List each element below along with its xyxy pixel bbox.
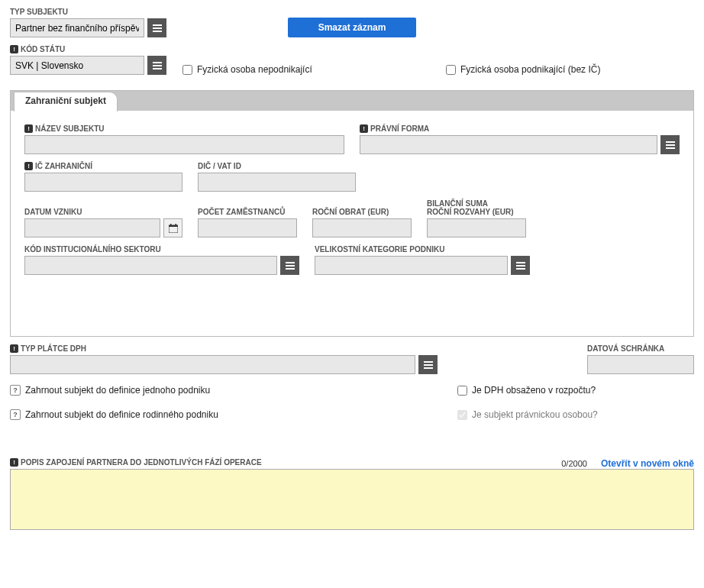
kod-inst-label: KÓD INSTITUCIONÁLNÍHO SEKTORU [24,245,299,254]
zahrnout-jednoho-label: Zahrnout subjekt do definice jednoho pod… [25,385,210,396]
nazev-subjektu-label: ! NÁZEV SUBJEKTU [24,124,344,133]
ic-zahranicni-label: ! IČ ZAHRANIČNÍ [24,162,182,170]
list-icon [424,360,433,370]
typ-platce-list-button[interactable] [418,355,438,374]
pocet-zam-label: POČET ZAMĚSTNANCŮ [198,208,297,216]
rocni-obrat-label: ROČNÍ OBRAT (EUR) [312,208,412,216]
je-dph-label: Je DPH obsaženo v rozpočtu? [472,385,596,396]
svg-rect-1 [153,27,162,29]
pocet-zam-field[interactable] [198,218,297,237]
smazat-zaznam-button[interactable]: Smazat záznam [288,18,417,37]
typ-subjektu-list-button[interactable] [147,18,166,37]
svg-rect-18 [516,268,525,270]
svg-rect-16 [516,262,525,263]
list-icon [666,141,675,150]
velikost-kat-field[interactable] [315,256,508,275]
fyzicka-podnik-checkbox[interactable] [446,65,456,75]
kod-inst-field[interactable] [24,256,277,275]
fyzicka-podnik-label: Fyzická osoba podnikající (bez IČ) [460,64,600,75]
svg-rect-12 [175,224,176,226]
svg-rect-19 [424,361,433,363]
svg-rect-20 [424,364,433,366]
dic-vat-field[interactable] [198,173,356,192]
info-icon: ! [10,458,18,467]
help-icon[interactable]: ? [10,409,21,420]
svg-rect-0 [153,24,162,26]
calendar-icon [169,224,178,233]
je-subjekt-label: Je subjekt právnickou osobou? [472,409,598,420]
svg-rect-13 [286,262,295,263]
svg-rect-21 [424,367,433,369]
list-icon [516,261,525,270]
svg-rect-7 [666,144,675,146]
rocni-obrat-field[interactable] [312,218,412,237]
velikost-kat-list-button[interactable] [511,256,530,275]
svg-rect-11 [170,224,172,226]
nazev-subjektu-field[interactable] [24,135,344,154]
info-icon: ! [24,162,33,170]
kod-statu-field[interactable] [10,56,144,75]
bilancni-suma-label: BILANČNÍ SUMA ROČNÍ ROZVAHY (EUR) [427,199,526,216]
fyzicka-nepodnik-label: Fyzická osoba nepodnikající [197,64,312,75]
bilancni-suma-field[interactable] [427,218,526,237]
list-icon [153,61,162,70]
kod-statu-list-button[interactable] [147,56,166,75]
datum-vzniku-label: DATUM VZNIKU [24,208,182,216]
svg-rect-4 [153,65,162,66]
kod-statu-label: ! KÓD STÁTU [10,45,167,53]
svg-rect-10 [169,225,178,227]
zahrnout-rodin-label: Zahrnout subjekt do definice rodinného p… [25,409,218,420]
ic-zahranicni-field[interactable] [24,173,182,192]
popis-label: ! POPIS ZAPOJENÍ PARTNERA DO JEDNOTLIVÝC… [10,458,262,467]
svg-rect-3 [153,62,162,63]
svg-rect-5 [153,68,162,69]
tab-zahranicni-subjekt[interactable]: Zahraniční subjekt [14,92,118,111]
datova-schranka-label: DATOVÁ SCHRÁNKA [587,344,694,353]
svg-rect-14 [286,265,295,267]
svg-rect-15 [286,268,295,270]
svg-rect-6 [666,141,675,143]
je-subjekt-checkbox [457,410,467,420]
svg-rect-2 [153,31,162,32]
pravni-forma-list-button[interactable] [660,135,680,154]
zahranicni-subjekt-tabs: Zahraniční subjekt ! NÁZEV SUBJEKTU ! PR… [10,90,694,337]
typ-subjektu-field[interactable] [10,18,144,37]
info-icon: ! [10,45,18,53]
kod-inst-list-button[interactable] [280,256,299,275]
je-dph-checkbox[interactable] [457,386,467,396]
pravni-forma-label: ! PRÁVNÍ FORMA [360,124,680,133]
help-icon[interactable]: ? [10,385,21,396]
list-icon [153,24,162,33]
svg-rect-8 [666,147,675,149]
info-icon: ! [10,344,18,353]
dic-vat-label: DIČ / VAT ID [198,162,356,170]
typ-platce-label: ! TYP PLÁTCE DPH [10,344,438,353]
fyzicka-nepodnik-checkbox[interactable] [182,65,192,75]
list-icon [286,261,295,270]
open-new-window-link[interactable]: Otevřít v novém okně [601,458,694,469]
popis-char-count: 0/2000 [561,459,587,468]
datova-schranka-field[interactable] [587,355,694,374]
datum-vzniku-field[interactable] [24,218,160,237]
velikost-kat-label: VELIKOSTNÍ KATEGORIE PODNIKU [315,245,530,254]
svg-rect-17 [516,265,525,267]
info-icon: ! [360,124,368,133]
pravni-forma-field[interactable] [360,135,657,154]
info-icon: ! [24,124,33,133]
typ-subjektu-label: TYP SUBJEKTU [10,8,167,16]
popis-textarea[interactable] [10,469,694,530]
datum-vzniku-calendar-button[interactable] [163,218,182,237]
typ-platce-field[interactable] [10,355,415,374]
